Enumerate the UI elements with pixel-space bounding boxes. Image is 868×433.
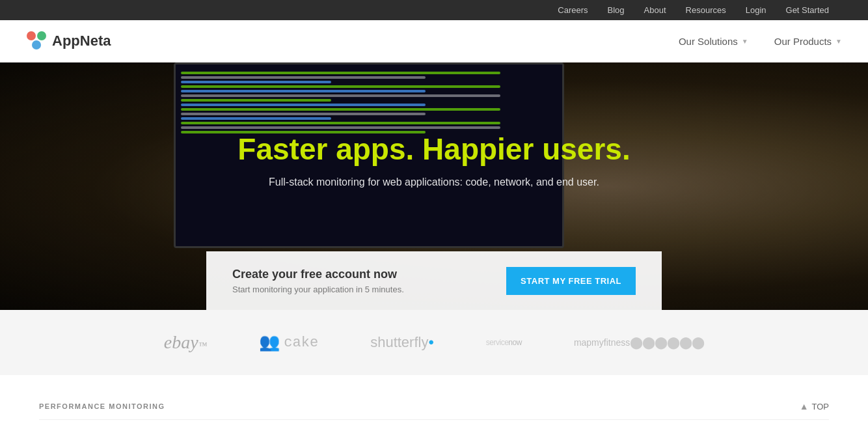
nav-get-started[interactable]: Get Started (786, 5, 829, 15)
logo-text: AppNeta (52, 33, 111, 49)
servicenow-logo: servicenow (486, 338, 522, 347)
our-solutions-dropdown[interactable]: Our Solutions ▼ (679, 36, 748, 47)
perf-section-header: PERFORMANCE MONITORING ▲ TOP (39, 401, 829, 420)
svg-point-2 (32, 40, 41, 49)
our-products-dropdown[interactable]: Our Products ▼ (774, 36, 842, 47)
cake-logo: 👥 cake (259, 332, 318, 353)
products-chevron-icon: ▼ (835, 38, 842, 45)
cta-text-area: Create your free account now Start monit… (232, 268, 404, 294)
hero-headline: Faster apps. Happier users. (206, 133, 662, 166)
top-arrow-icon: ▲ (800, 401, 809, 412)
nav-blog[interactable]: Blog (608, 5, 625, 15)
client-logos-section: ebay™ 👥 cake shutterfly• servicenow mapm… (0, 310, 868, 375)
cake-icon: 👥 (259, 332, 280, 353)
start-trial-button[interactable]: START MY FREE TRIAL (506, 267, 636, 295)
top-navigation: Careers Blog About Resources Login Get S… (0, 0, 868, 20)
cake-text: cake (284, 335, 318, 351)
svg-point-1 (37, 31, 46, 40)
ebay-logo: ebay™ (164, 332, 208, 353)
main-header: AppNeta Our Solutions ▼ Our Products ▼ (0, 20, 868, 63)
main-nav-links: Our Solutions ▼ Our Products ▼ (679, 36, 842, 47)
cta-title: Create your free account now (232, 268, 404, 281)
perf-section-title: PERFORMANCE MONITORING (39, 402, 165, 410)
our-solutions-label: Our Solutions (679, 36, 738, 47)
hero-subtext: Full-stack monitoring for web applicatio… (206, 176, 662, 188)
svg-point-0 (27, 31, 36, 40)
nav-login[interactable]: Login (746, 5, 766, 15)
nav-careers[interactable]: Careers (558, 5, 588, 15)
our-products-label: Our Products (774, 36, 832, 47)
hero-section: Faster apps. Happier users. Full-stack m… (0, 63, 868, 310)
mapmyfitness-logo: mapmyfitness⬤⬤⬤⬤⬤⬤ (574, 335, 704, 350)
cta-box: Create your free account now Start monit… (206, 251, 662, 310)
appneta-logo-icon (26, 31, 47, 51)
solutions-chevron-icon: ▼ (742, 38, 748, 45)
top-link[interactable]: ▲ TOP (800, 401, 829, 412)
nav-resources[interactable]: Resources (686, 5, 726, 15)
shutterfly-logo: shutterfly• (370, 333, 434, 352)
cta-subtitle: Start monitoring your application in 5 m… (232, 285, 404, 294)
hero-text-block: Faster apps. Happier users. Full-stack m… (206, 133, 662, 188)
performance-monitoring-section: PERFORMANCE MONITORING ▲ TOP (0, 375, 868, 433)
nav-about[interactable]: About (644, 5, 666, 15)
top-label: TOP (812, 402, 830, 412)
logo-area[interactable]: AppNeta (26, 31, 111, 51)
